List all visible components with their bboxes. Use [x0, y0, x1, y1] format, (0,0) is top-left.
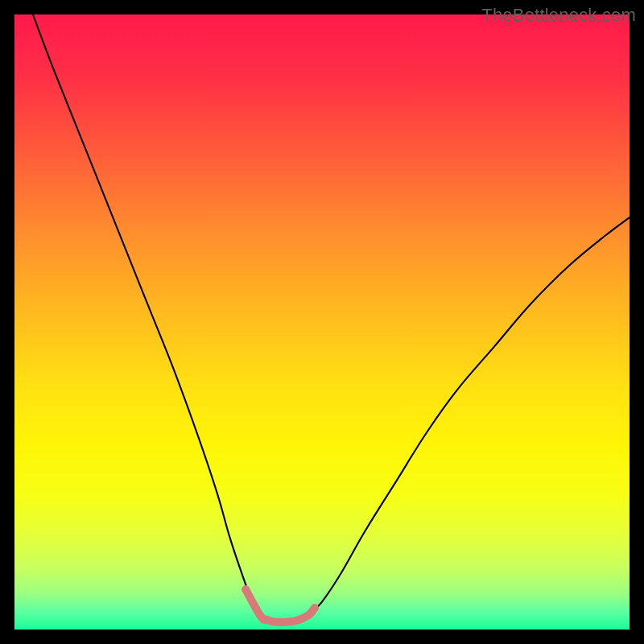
chart-frame: TheBottleneck.com — [0, 0, 644, 644]
plot-area — [14, 14, 630, 630]
highlight-endpoint — [242, 585, 250, 593]
highlight-endpoint — [311, 604, 319, 612]
heatmap-background — [14, 14, 630, 630]
watermark-label: TheBottleneck.com — [481, 5, 636, 26]
chart-svg — [14, 14, 630, 630]
